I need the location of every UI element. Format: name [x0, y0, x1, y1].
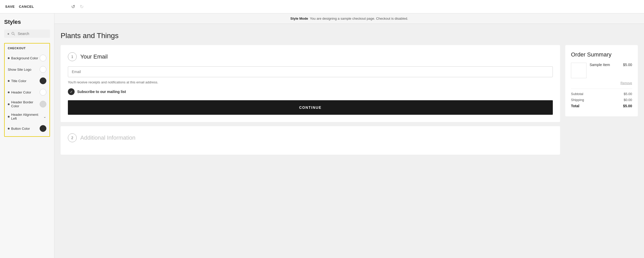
- item-price: $5.00: [623, 63, 632, 67]
- save-button[interactable]: SAVE: [5, 5, 15, 9]
- main-layout: Styles ● CHECKOUT Background Color: [0, 13, 644, 258]
- step2-circle: 2: [68, 133, 77, 142]
- step2-header: 2 Additional Information: [68, 133, 553, 142]
- subscribe-checkbox[interactable]: ✓: [68, 88, 75, 95]
- item-details: Sample Item: [590, 63, 620, 67]
- search-box[interactable]: ●: [4, 30, 50, 38]
- checkout-step2-card: 2 Additional Information: [61, 126, 560, 155]
- step2-title: Additional Information: [80, 134, 135, 141]
- step1-header: 1 Your Email: [68, 52, 553, 61]
- svg-line-1: [14, 34, 15, 35]
- undo-button[interactable]: ↺: [70, 3, 76, 11]
- sidebar-item-header-color[interactable]: Header Color: [5, 87, 49, 98]
- continue-button[interactable]: CONTINUE: [68, 100, 553, 115]
- order-summary: Order Summary Sample Item $5.00 Remove S…: [565, 45, 638, 116]
- total-label: Total: [571, 104, 579, 108]
- shipping-label: Shipping: [571, 98, 584, 102]
- dot-indicator: [8, 91, 10, 93]
- order-divider: [571, 89, 632, 89]
- chevron-down-icon: ⌄: [43, 114, 46, 119]
- remove-link[interactable]: Remove: [571, 81, 632, 85]
- style-mode-label: Style Mode: [290, 17, 308, 20]
- page-content: Plants and Things 1 Your Email You'll re…: [54, 24, 644, 258]
- sidebar-item-header-alignment[interactable]: Header Alignment: Left ⌄: [5, 110, 49, 123]
- color-swatch-header-border[interactable]: [40, 101, 46, 108]
- subtotal-label: Subtotal: [571, 92, 583, 96]
- redo-button[interactable]: ↻: [79, 3, 85, 11]
- color-swatch-title[interactable]: [40, 77, 46, 84]
- style-mode-banner: Style Mode You are designing a sample ch…: [54, 13, 644, 24]
- dot-indicator: [8, 80, 10, 82]
- sidebar-item-show-site-logo[interactable]: Show Site Logo: [5, 64, 49, 75]
- step1-circle: 1: [68, 52, 77, 61]
- search-icon-svg: [11, 32, 15, 35]
- cancel-button[interactable]: CANCEL: [19, 5, 34, 9]
- step1-title: Your Email: [80, 53, 108, 60]
- content-area: Style Mode You are designing a sample ch…: [54, 13, 644, 258]
- checkout-section: CHECKOUT Background Color Show Site Logo: [4, 43, 50, 137]
- page-title: Plants and Things: [61, 32, 638, 40]
- total-value: $5.00: [623, 104, 632, 108]
- order-item-row: Sample Item $5.00: [571, 63, 632, 78]
- sidebar-item-background-color[interactable]: Background Color: [5, 52, 49, 64]
- subtotal-row: Subtotal $5.00: [571, 92, 632, 96]
- dot-indicator: [8, 128, 10, 130]
- dot-indicator: [8, 57, 10, 59]
- dot-indicator: [8, 116, 10, 118]
- checkout-body: 1 Your Email You'll receive receipts and…: [61, 45, 638, 155]
- sidebar-item-button-color[interactable]: Button Color: [5, 123, 49, 134]
- subscribe-row[interactable]: ✓ Subscribe to our mailing list: [68, 88, 553, 95]
- color-swatch-header[interactable]: [40, 89, 46, 96]
- search-input[interactable]: [18, 32, 47, 36]
- color-swatch-button[interactable]: [40, 125, 46, 132]
- shipping-row: Shipping $0.00: [571, 98, 632, 102]
- top-bar: SAVE CANCEL ↺ ↻: [0, 0, 644, 13]
- item-thumbnail: [571, 63, 586, 78]
- order-summary-title: Order Summary: [571, 51, 632, 58]
- sidebar-item-header-border-color[interactable]: Header Border Color: [5, 98, 49, 110]
- color-swatch-site-logo[interactable]: [40, 66, 46, 73]
- email-note: You'll receive receipts and notification…: [68, 80, 553, 84]
- item-name: Sample Item: [590, 63, 620, 67]
- email-input[interactable]: [68, 66, 553, 77]
- history-controls: ↺ ↻: [70, 3, 85, 11]
- total-row: Total $5.00: [571, 104, 632, 108]
- dot-indicator: [8, 103, 10, 105]
- subscribe-label: Subscribe to our mailing list: [77, 90, 126, 94]
- top-bar-actions: SAVE CANCEL: [5, 5, 34, 9]
- sidebar: Styles ● CHECKOUT Background Color: [0, 13, 54, 258]
- search-icon: ●: [7, 32, 9, 36]
- shipping-value: $0.00: [624, 98, 632, 102]
- sidebar-item-title-color[interactable]: Title Color: [5, 75, 49, 87]
- checkout-section-title: CHECKOUT: [5, 47, 49, 52]
- color-swatch-background[interactable]: [40, 55, 46, 61]
- sidebar-title: Styles: [4, 19, 50, 25]
- subtotal-value: $5.00: [624, 92, 632, 96]
- checkout-step1-card: 1 Your Email You'll receive receipts and…: [61, 45, 560, 122]
- checkout-main: 1 Your Email You'll receive receipts and…: [61, 45, 560, 155]
- style-mode-message: You are designing a sample checkout page…: [310, 17, 408, 20]
